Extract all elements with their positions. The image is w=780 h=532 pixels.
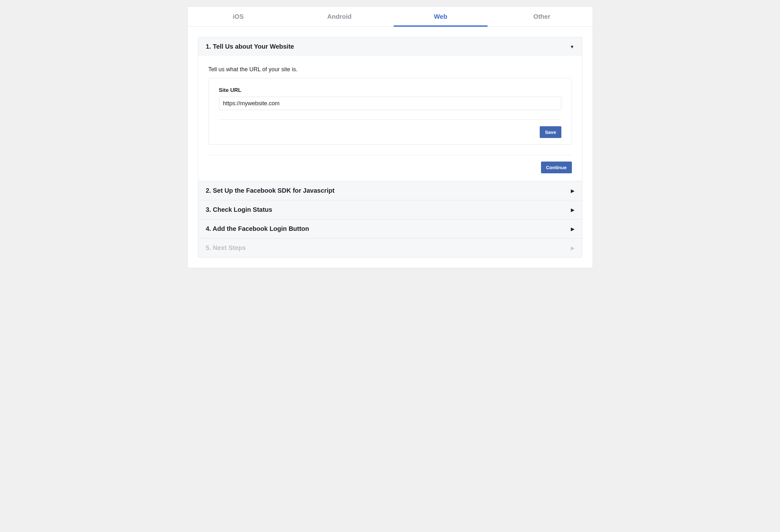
step-4-header[interactable]: 4. Add the Facebook Login Button ▶ [198, 219, 582, 238]
platform-tabs: iOS Android Web Other [188, 7, 593, 27]
tab-label: Other [533, 13, 550, 20]
chevron-right-icon: ▶ [571, 226, 574, 231]
site-url-input[interactable] [219, 97, 562, 110]
tab-label: Android [327, 13, 352, 20]
chevron-right-icon: ▶ [571, 188, 574, 193]
tab-ios[interactable]: iOS [188, 7, 289, 26]
step-1: 1. Tell Us about Your Website ▼ Tell us … [198, 37, 582, 181]
step-2-header[interactable]: 2. Set Up the Facebook SDK for Javascrip… [198, 181, 582, 200]
tab-label: Web [434, 13, 447, 20]
step-5: 5. Next Steps ▶ [198, 238, 582, 257]
body-actions: Continue [208, 162, 572, 173]
step-title: 3. Check Login Status [206, 206, 273, 213]
step-3-header[interactable]: 3. Check Login Status ▶ [198, 200, 582, 219]
setup-steps-accordion: 1. Tell Us about Your Website ▼ Tell us … [198, 37, 582, 258]
site-url-card: Site URL Save [208, 78, 572, 145]
step-title: 1. Tell Us about Your Website [206, 43, 294, 50]
step-3: 3. Check Login Status ▶ [198, 200, 582, 219]
step-4: 4. Add the Facebook Login Button ▶ [198, 219, 582, 238]
step-title: 4. Add the Facebook Login Button [206, 225, 309, 232]
step-title: 5. Next Steps [206, 244, 246, 252]
step-title: 2. Set Up the Facebook SDK for Javascrip… [206, 187, 335, 194]
divider [219, 119, 562, 120]
tab-web[interactable]: Web [390, 7, 491, 26]
step-intro-text: Tell us what the URL of your site is. [208, 66, 572, 73]
chevron-down-icon: ▼ [570, 44, 574, 49]
step-5-header: 5. Next Steps ▶ [198, 238, 582, 257]
divider [208, 155, 572, 155]
chevron-right-icon: ▶ [571, 246, 574, 251]
save-button[interactable]: Save [540, 126, 561, 138]
step-2: 2. Set Up the Facebook SDK for Javascrip… [198, 181, 582, 200]
continue-button[interactable]: Continue [541, 162, 572, 173]
tab-label: iOS [233, 13, 243, 20]
step-1-header[interactable]: 1. Tell Us about Your Website ▼ [198, 37, 582, 56]
site-url-label: Site URL [219, 87, 562, 94]
platform-setup-panel: iOS Android Web Other 1. Tell Us about Y… [187, 6, 593, 268]
content-area: 1. Tell Us about Your Website ▼ Tell us … [188, 27, 593, 268]
tab-android[interactable]: Android [289, 7, 390, 26]
tab-other[interactable]: Other [491, 7, 593, 26]
step-1-body: Tell us what the URL of your site is. Si… [198, 56, 582, 181]
chevron-right-icon: ▶ [571, 207, 574, 212]
card-actions: Save [219, 126, 562, 138]
